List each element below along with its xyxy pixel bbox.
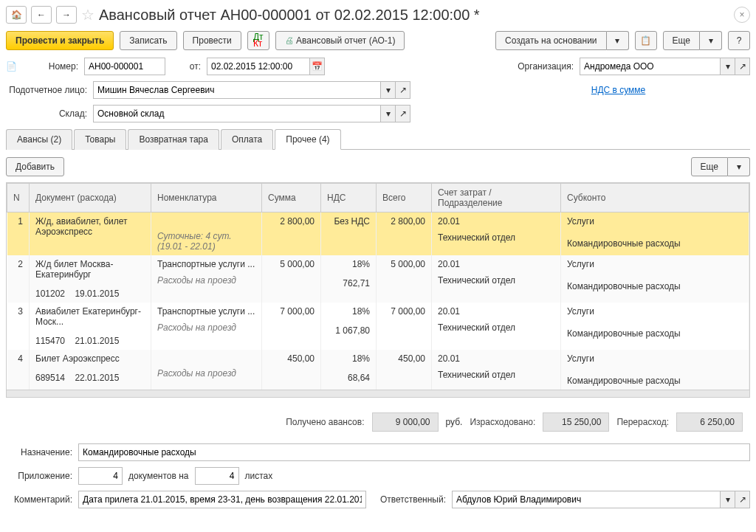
date-input[interactable] (207, 58, 310, 75)
attach-button[interactable]: 📋 (635, 31, 657, 50)
purpose-label: Назначение: (6, 447, 72, 457)
table-row[interactable]: 1Ж/д, авиабилет, билет АэроэкспрессСуточ… (7, 213, 749, 256)
help-button[interactable]: ? (728, 31, 750, 50)
warehouse-open-button[interactable]: ↗ (396, 105, 410, 122)
col-nom[interactable]: Номенклатура (151, 184, 262, 213)
attach-pages-input[interactable] (195, 467, 239, 485)
resp-select-button[interactable]: ▾ (721, 491, 735, 508)
table-row[interactable]: 4Билет Аэроэкспресс689514 22.01.2015Расх… (7, 350, 749, 390)
col-acc[interactable]: Счет затрат / Подразделение (432, 184, 561, 213)
horizontal-scrollbar[interactable] (7, 390, 749, 397)
resp-input[interactable] (452, 491, 721, 508)
comment-label: Комментарий: (6, 494, 72, 505)
attach-end-label: листах (245, 471, 273, 481)
table-row[interactable]: 2Ж/д билет Москва-Екатеринбург101202 19.… (7, 255, 749, 303)
table-row[interactable]: 3Авиабилет Екатеринбург-Моск...115470 21… (7, 303, 749, 350)
date-label: от: (171, 61, 201, 72)
tab-goods[interactable]: Товары (74, 129, 126, 150)
post-close-button[interactable]: Провести и закрыть (6, 31, 114, 50)
col-n[interactable]: N (7, 184, 30, 213)
close-button[interactable]: × (734, 7, 750, 23)
tab-returnable[interactable]: Возвратная тара (128, 129, 219, 150)
table-more-button[interactable]: Еще (691, 157, 728, 176)
post-button[interactable]: Провести (183, 31, 241, 50)
resp-open-button[interactable]: ↗ (735, 491, 750, 508)
col-doc[interactable]: Документ (расхода) (30, 184, 151, 213)
person-select-button[interactable]: ▾ (381, 81, 396, 99)
date-picker-button[interactable]: 📅 (310, 58, 325, 75)
save-button[interactable]: Записать (120, 31, 176, 50)
person-input[interactable] (93, 81, 381, 99)
col-total[interactable]: Всего (377, 184, 432, 213)
org-input[interactable] (580, 58, 721, 75)
col-sub[interactable]: Субконто (561, 184, 749, 213)
page-title: Авансовый отчет АН00-000001 от 02.02.201… (99, 7, 480, 24)
number-input[interactable] (84, 58, 165, 75)
resp-label: Ответственный: (372, 494, 446, 505)
person-label: Подотчетное лицо: (6, 85, 87, 95)
expenses-table: N Документ (расхода) Номенклатура Сумма … (7, 183, 749, 390)
rub-label: руб. (446, 417, 463, 427)
table-more-dropdown[interactable]: ▾ (728, 157, 750, 176)
col-vat[interactable]: НДС (321, 184, 377, 213)
create-based-dropdown[interactable]: ▾ (607, 31, 629, 50)
attach-mid-label: документов на (128, 471, 189, 481)
org-open-button[interactable]: ↗ (735, 58, 750, 75)
back-button[interactable]: ← (31, 6, 52, 24)
col-sum[interactable]: Сумма (262, 184, 321, 213)
warehouse-input[interactable] (93, 105, 381, 122)
spent-value: 15 250,00 (543, 412, 609, 432)
home-button[interactable]: 🏠 (6, 6, 27, 24)
tab-other[interactable]: Прочее (4) (275, 129, 340, 150)
over-label: Перерасход: (616, 417, 669, 427)
tabs: Авансы (2) Товары Возвратная тара Оплата… (6, 128, 750, 150)
spent-label: Израсходовано: (470, 417, 535, 427)
attach-label: Приложение: (6, 471, 72, 481)
print-report-button[interactable]: 🖨 Авансовый отчет (АО-1) (275, 31, 405, 50)
create-based-button[interactable]: Создать на основании (495, 31, 607, 50)
purpose-input[interactable] (78, 443, 750, 461)
person-open-button[interactable]: ↗ (396, 81, 410, 99)
attach-docs-input[interactable] (78, 467, 123, 485)
tab-payment[interactable]: Оплата (221, 129, 273, 150)
comment-input[interactable] (78, 491, 366, 508)
add-row-button[interactable]: Добавить (6, 157, 64, 176)
received-value: 9 000,00 (372, 412, 439, 432)
tab-advances[interactable]: Авансы (2) (6, 129, 72, 150)
dtkt-button[interactable]: ДтКт (247, 31, 269, 50)
over-value: 6 250,00 (676, 412, 743, 432)
forward-button[interactable]: → (56, 6, 77, 24)
warehouse-select-button[interactable]: ▾ (381, 105, 396, 122)
number-label: Номер: (27, 61, 78, 72)
org-select-button[interactable]: ▾ (721, 58, 735, 75)
received-label: Получено авансов: (286, 417, 364, 427)
doc-icon: 📄 (6, 61, 21, 72)
warehouse-label: Склад: (6, 108, 87, 119)
print-icon: 🖨 (285, 35, 294, 46)
org-label: Организация: (507, 61, 574, 72)
more-dropdown[interactable]: ▾ (700, 31, 722, 50)
favorite-icon[interactable]: ☆ (81, 6, 94, 24)
vat-link[interactable]: НДС в сумме (591, 85, 646, 95)
more-button[interactable]: Еще (663, 31, 700, 50)
